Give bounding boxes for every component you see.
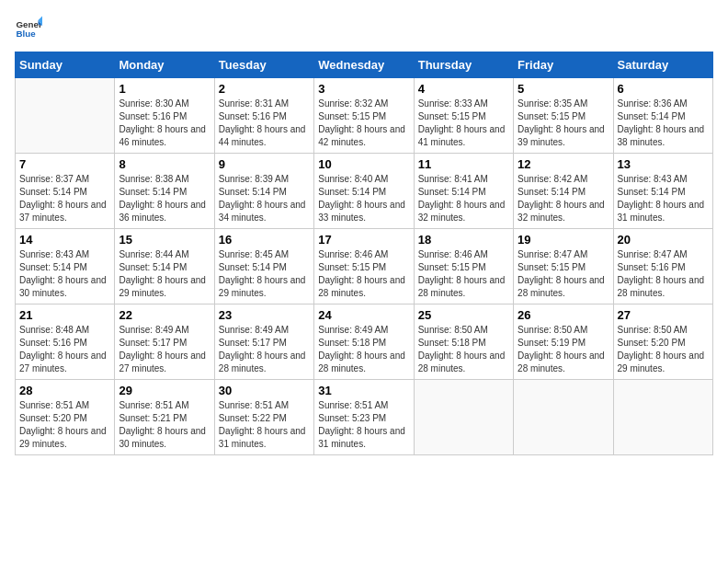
day-detail: Sunrise: 8:51 AMSunset: 5:22 PMDaylight:… <box>219 399 310 451</box>
day-detail: Sunrise: 8:30 AMSunset: 5:16 PMDaylight:… <box>119 98 210 149</box>
day-number: 1 <box>119 82 210 96</box>
calendar-cell: 5Sunrise: 8:35 AMSunset: 5:15 PMDaylight… <box>514 78 613 154</box>
weekday-header-cell: Monday <box>115 52 214 78</box>
day-detail: Sunrise: 8:47 AMSunset: 5:15 PMDaylight:… <box>518 248 609 300</box>
calendar-cell <box>514 380 613 455</box>
day-number: 9 <box>219 157 310 171</box>
calendar-cell: 6Sunrise: 8:36 AMSunset: 5:14 PMDaylight… <box>613 78 712 154</box>
day-detail: Sunrise: 8:31 AMSunset: 5:16 PMDaylight:… <box>219 98 310 149</box>
calendar-cell: 20Sunrise: 8:47 AMSunset: 5:16 PMDayligh… <box>613 229 712 304</box>
calendar-cell: 26Sunrise: 8:50 AMSunset: 5:19 PMDayligh… <box>514 304 613 380</box>
day-detail: Sunrise: 8:47 AMSunset: 5:16 PMDaylight:… <box>618 248 709 300</box>
day-detail: Sunrise: 8:43 AMSunset: 5:14 PMDaylight:… <box>618 173 709 224</box>
day-detail: Sunrise: 8:33 AMSunset: 5:15 PMDaylight:… <box>418 98 509 149</box>
day-detail: Sunrise: 8:32 AMSunset: 5:15 PMDaylight:… <box>318 98 409 149</box>
day-number: 22 <box>119 308 210 322</box>
day-detail: Sunrise: 8:49 AMSunset: 5:18 PMDaylight:… <box>318 324 409 375</box>
calendar-cell <box>16 78 115 154</box>
day-detail: Sunrise: 8:43 AMSunset: 5:14 PMDaylight:… <box>19 248 110 300</box>
day-number: 30 <box>219 384 310 397</box>
calendar-cell: 11Sunrise: 8:41 AMSunset: 5:14 PMDayligh… <box>414 154 513 229</box>
calendar-week-row: 7Sunrise: 8:37 AMSunset: 5:14 PMDaylight… <box>16 154 713 229</box>
calendar-week-row: 28Sunrise: 8:51 AMSunset: 5:20 PMDayligh… <box>16 380 713 455</box>
day-detail: Sunrise: 8:41 AMSunset: 5:14 PMDaylight:… <box>418 173 509 224</box>
day-detail: Sunrise: 8:51 AMSunset: 5:20 PMDaylight:… <box>19 399 110 451</box>
calendar-cell: 25Sunrise: 8:50 AMSunset: 5:18 PMDayligh… <box>414 304 513 380</box>
calendar-cell: 22Sunrise: 8:49 AMSunset: 5:17 PMDayligh… <box>115 304 214 380</box>
day-number: 11 <box>418 157 509 171</box>
day-detail: Sunrise: 8:40 AMSunset: 5:14 PMDaylight:… <box>318 173 409 224</box>
day-detail: Sunrise: 8:45 AMSunset: 5:14 PMDaylight:… <box>219 248 310 300</box>
day-detail: Sunrise: 8:44 AMSunset: 5:14 PMDaylight:… <box>119 248 210 300</box>
day-number: 25 <box>418 308 509 322</box>
logo: General Blue <box>15 15 42 42</box>
day-detail: Sunrise: 8:46 AMSunset: 5:15 PMDaylight:… <box>418 248 509 300</box>
calendar-cell: 10Sunrise: 8:40 AMSunset: 5:14 PMDayligh… <box>314 154 414 229</box>
weekday-header-cell: Tuesday <box>214 52 313 78</box>
calendar-cell: 9Sunrise: 8:39 AMSunset: 5:14 PMDaylight… <box>214 154 313 229</box>
calendar-cell: 28Sunrise: 8:51 AMSunset: 5:20 PMDayligh… <box>16 380 115 455</box>
day-number: 18 <box>418 233 509 247</box>
day-number: 24 <box>318 308 409 322</box>
day-number: 31 <box>318 384 409 397</box>
day-number: 20 <box>618 233 709 247</box>
calendar-cell: 2Sunrise: 8:31 AMSunset: 5:16 PMDaylight… <box>214 78 313 154</box>
day-number: 28 <box>19 384 110 397</box>
calendar-cell: 1Sunrise: 8:30 AMSunset: 5:16 PMDaylight… <box>115 78 214 154</box>
calendar-week-row: 21Sunrise: 8:48 AMSunset: 5:16 PMDayligh… <box>16 304 713 380</box>
day-detail: Sunrise: 8:50 AMSunset: 5:18 PMDaylight:… <box>418 324 509 375</box>
calendar-cell: 15Sunrise: 8:44 AMSunset: 5:14 PMDayligh… <box>115 229 214 304</box>
day-number: 2 <box>219 82 310 96</box>
calendar-cell: 4Sunrise: 8:33 AMSunset: 5:15 PMDaylight… <box>414 78 513 154</box>
day-number: 14 <box>19 233 110 247</box>
day-detail: Sunrise: 8:51 AMSunset: 5:21 PMDaylight:… <box>119 399 210 451</box>
calendar-cell: 23Sunrise: 8:49 AMSunset: 5:17 PMDayligh… <box>214 304 313 380</box>
logo-icon: General Blue <box>15 15 42 42</box>
calendar-cell: 30Sunrise: 8:51 AMSunset: 5:22 PMDayligh… <box>214 380 313 455</box>
calendar-cell: 29Sunrise: 8:51 AMSunset: 5:21 PMDayligh… <box>115 380 214 455</box>
calendar-cell: 24Sunrise: 8:49 AMSunset: 5:18 PMDayligh… <box>314 304 414 380</box>
weekday-header-cell: Thursday <box>414 52 513 78</box>
calendar-cell: 27Sunrise: 8:50 AMSunset: 5:20 PMDayligh… <box>613 304 712 380</box>
day-detail: Sunrise: 8:39 AMSunset: 5:14 PMDaylight:… <box>219 173 310 224</box>
weekday-header-cell: Saturday <box>613 52 712 78</box>
day-number: 13 <box>618 157 709 171</box>
day-number: 3 <box>318 82 409 96</box>
calendar-body: 1Sunrise: 8:30 AMSunset: 5:16 PMDaylight… <box>16 78 713 455</box>
calendar-cell: 3Sunrise: 8:32 AMSunset: 5:15 PMDaylight… <box>314 78 414 154</box>
calendar-cell: 8Sunrise: 8:38 AMSunset: 5:14 PMDaylight… <box>115 154 214 229</box>
day-detail: Sunrise: 8:48 AMSunset: 5:16 PMDaylight:… <box>19 324 110 375</box>
day-number: 27 <box>618 308 709 322</box>
weekday-header-row: SundayMondayTuesdayWednesdayThursdayFrid… <box>16 52 713 78</box>
calendar-cell <box>414 380 513 455</box>
day-detail: Sunrise: 8:38 AMSunset: 5:14 PMDaylight:… <box>119 173 210 224</box>
day-number: 16 <box>219 233 310 247</box>
day-number: 17 <box>318 233 409 247</box>
day-detail: Sunrise: 8:37 AMSunset: 5:14 PMDaylight:… <box>19 173 110 224</box>
calendar-table: SundayMondayTuesdayWednesdayThursdayFrid… <box>15 52 713 455</box>
day-number: 5 <box>518 82 609 96</box>
calendar-cell: 19Sunrise: 8:47 AMSunset: 5:15 PMDayligh… <box>514 229 613 304</box>
day-number: 4 <box>418 82 509 96</box>
calendar-week-row: 14Sunrise: 8:43 AMSunset: 5:14 PMDayligh… <box>16 229 713 304</box>
day-detail: Sunrise: 8:46 AMSunset: 5:15 PMDaylight:… <box>318 248 409 300</box>
day-number: 6 <box>618 82 709 96</box>
day-detail: Sunrise: 8:36 AMSunset: 5:14 PMDaylight:… <box>618 98 709 149</box>
day-detail: Sunrise: 8:42 AMSunset: 5:14 PMDaylight:… <box>518 173 609 224</box>
weekday-header-cell: Sunday <box>16 52 115 78</box>
calendar-week-row: 1Sunrise: 8:30 AMSunset: 5:16 PMDaylight… <box>16 78 713 154</box>
day-number: 29 <box>119 384 210 397</box>
day-number: 15 <box>119 233 210 247</box>
svg-text:Blue: Blue <box>17 29 37 39</box>
day-detail: Sunrise: 8:50 AMSunset: 5:20 PMDaylight:… <box>618 324 709 375</box>
day-detail: Sunrise: 8:49 AMSunset: 5:17 PMDaylight:… <box>119 324 210 375</box>
calendar-cell: 16Sunrise: 8:45 AMSunset: 5:14 PMDayligh… <box>214 229 313 304</box>
day-number: 23 <box>219 308 310 322</box>
calendar-cell: 7Sunrise: 8:37 AMSunset: 5:14 PMDaylight… <box>16 154 115 229</box>
calendar-cell: 17Sunrise: 8:46 AMSunset: 5:15 PMDayligh… <box>314 229 414 304</box>
calendar-cell: 12Sunrise: 8:42 AMSunset: 5:14 PMDayligh… <box>514 154 613 229</box>
day-detail: Sunrise: 8:35 AMSunset: 5:15 PMDaylight:… <box>518 98 609 149</box>
day-number: 10 <box>318 157 409 171</box>
weekday-header-cell: Friday <box>514 52 613 78</box>
calendar-cell: 14Sunrise: 8:43 AMSunset: 5:14 PMDayligh… <box>16 229 115 304</box>
